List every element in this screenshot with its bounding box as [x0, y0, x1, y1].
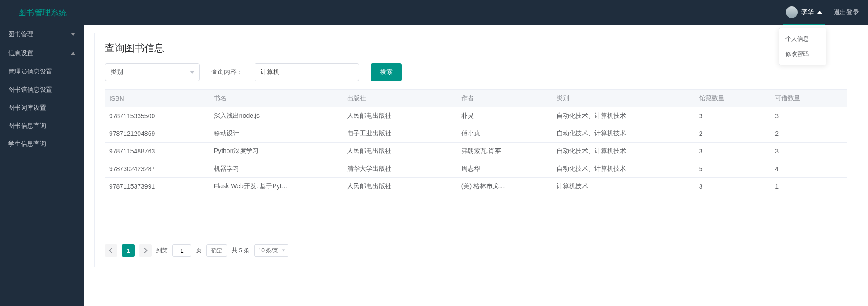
col-available: 可借数量 [771, 90, 847, 107]
page-title: 查询图书信息 [105, 42, 847, 55]
chevron-left-icon [108, 248, 114, 253]
username-label: 李华 [801, 8, 814, 16]
col-isbn: ISBN [105, 90, 209, 107]
caret-up-icon [817, 11, 822, 14]
logout-link[interactable]: 退出登录 [834, 9, 859, 17]
col-title: 书名 [209, 90, 343, 107]
sidebar: 图书管理 信息设置 管理员信息设置 图书馆信息设置 图书词库设置 图书信息查询 … [0, 25, 84, 306]
table-cell: 计算机技术 [552, 178, 695, 195]
table-cell: 3 [695, 143, 771, 160]
table-cell: 弗朗索瓦.肖莱 [457, 143, 552, 160]
next-page-button[interactable] [139, 244, 152, 257]
pagination: 1 到第 页 确定 共 5 条 10 条/页 [105, 244, 847, 257]
avatar [786, 6, 798, 18]
table-cell: 移动设计 [209, 125, 343, 143]
page-size-value: 10 条/页 [258, 247, 278, 255]
sidebar-item-book-query[interactable]: 图书信息查询 [0, 117, 84, 135]
table-cell: (美) 格林布戈… [457, 178, 552, 195]
table-cell: Flask Web开发: 基于Pyt… [209, 178, 343, 195]
table-cell: 人民邮电出版社 [343, 143, 457, 160]
table-cell: 5 [695, 160, 771, 178]
app-header: 图书管理系统 李华 退出登录 个人信息 修改密码 [0, 0, 868, 25]
table-row[interactable]: 9787115488763Python深度学习人民邮电出版社弗朗索瓦.肖莱自动化… [105, 143, 847, 160]
table-row[interactable]: 9787302423287机器学习清华大学出版社周志华自动化技术、计算机技术54 [105, 160, 847, 178]
sidebar-group-books[interactable]: 图书管理 [0, 25, 84, 44]
table-cell: 自动化技术、计算机技术 [552, 107, 695, 125]
sidebar-item-student-query[interactable]: 学生信息查询 [0, 135, 84, 153]
table-cell: 3 [771, 143, 847, 160]
query-label: 查询内容： [211, 68, 243, 76]
table-cell: 9787115335500 [105, 107, 209, 125]
user-menu-change-password[interactable]: 修改密码 [779, 46, 826, 62]
sidebar-group-settings[interactable]: 信息设置 [0, 44, 84, 63]
table-cell: 自动化技术、计算机技术 [552, 160, 695, 178]
query-input[interactable] [255, 63, 359, 81]
chevron-down-icon [71, 33, 75, 36]
panel-inner: 查询图书信息 类别 查询内容： 搜索 I [95, 33, 857, 267]
table-cell: 周志华 [457, 160, 552, 178]
table-cell: 人民邮电出版社 [343, 107, 457, 125]
content-panel: 查询图书信息 类别 查询内容： 搜索 I [94, 33, 857, 267]
header-user-area: 李华 退出登录 个人信息 修改密码 [783, 0, 859, 25]
table-cell: 2 [695, 125, 771, 143]
table-cell: 人民邮电出版社 [343, 178, 457, 195]
table-cell: 清华大学出版社 [343, 160, 457, 178]
table-row[interactable]: 9787121204869移动设计电子工业出版社傅小贞自动化技术、计算机技术22 [105, 125, 847, 143]
user-dropdown-menu: 个人信息 修改密码 [779, 28, 826, 65]
page-size-select[interactable]: 10 条/页 [254, 244, 288, 257]
table-cell: 自动化技术、计算机技术 [552, 143, 695, 160]
table-cell: 朴灵 [457, 107, 552, 125]
table-cell: Python深度学习 [209, 143, 343, 160]
table-cell: 9787121204869 [105, 125, 209, 143]
sidebar-group-settings-label: 信息设置 [8, 49, 33, 57]
user-menu-profile[interactable]: 个人信息 [779, 31, 826, 46]
category-select-value: 类别 [111, 68, 123, 76]
table-cell: 9787302423287 [105, 160, 209, 178]
goto-confirm-button[interactable]: 确定 [206, 244, 227, 257]
table-cell: 2 [771, 125, 847, 143]
sidebar-group-books-label: 图书管理 [8, 30, 33, 38]
table-cell: 3 [771, 107, 847, 125]
table-cell: 1 [771, 178, 847, 195]
main-content: 查询图书信息 类别 查询内容： 搜索 I [84, 25, 868, 306]
col-author: 作者 [457, 90, 552, 107]
total-count: 共 5 条 [232, 246, 250, 255]
col-category: 类别 [552, 90, 695, 107]
chevron-down-icon [190, 71, 195, 74]
chevron-right-icon [143, 248, 148, 253]
goto-page-input[interactable] [172, 244, 191, 257]
table-row[interactable]: 9787115373991Flask Web开发: 基于Pyt…人民邮电出版社(… [105, 178, 847, 195]
goto-suffix: 页 [196, 246, 202, 255]
table-row[interactable]: 9787115335500深入浅出node.js人民邮电出版社朴灵自动化技术、计… [105, 107, 847, 125]
table-cell: 9787115373991 [105, 178, 209, 195]
query-row: 类别 查询内容： 搜索 [105, 63, 847, 81]
prev-page-button[interactable] [105, 244, 117, 257]
table-cell: 3 [695, 178, 771, 195]
books-table: ISBN 书名 出版社 作者 类别 馆藏数量 可借数量 978711533550… [105, 89, 847, 195]
sidebar-item-lexicon[interactable]: 图书词库设置 [0, 99, 84, 117]
sidebar-item-library-info[interactable]: 图书馆信息设置 [0, 81, 84, 99]
col-stock: 馆藏数量 [695, 90, 771, 107]
brand-title: 图书管理系统 [18, 7, 67, 18]
table-cell: 4 [771, 160, 847, 178]
chevron-down-icon [282, 250, 285, 252]
table-cell: 傅小贞 [457, 125, 552, 143]
user-dropdown-trigger[interactable]: 李华 [783, 0, 825, 25]
chevron-up-icon [71, 52, 75, 55]
table-cell: 深入浅出node.js [209, 107, 343, 125]
search-button[interactable]: 搜索 [371, 63, 402, 81]
table-cell: 机器学习 [209, 160, 343, 178]
sidebar-item-admin-info[interactable]: 管理员信息设置 [0, 63, 84, 81]
current-page[interactable]: 1 [122, 244, 135, 257]
table-padding [105, 195, 847, 236]
category-select[interactable]: 类别 [105, 63, 200, 81]
col-publisher: 出版社 [343, 90, 457, 107]
table-cell: 自动化技术、计算机技术 [552, 125, 695, 143]
table-cell: 电子工业出版社 [343, 125, 457, 143]
goto-prefix: 到第 [156, 246, 168, 255]
table-cell: 3 [695, 107, 771, 125]
table-cell: 9787115488763 [105, 143, 209, 160]
table-header-row: ISBN 书名 出版社 作者 类别 馆藏数量 可借数量 [105, 90, 847, 107]
